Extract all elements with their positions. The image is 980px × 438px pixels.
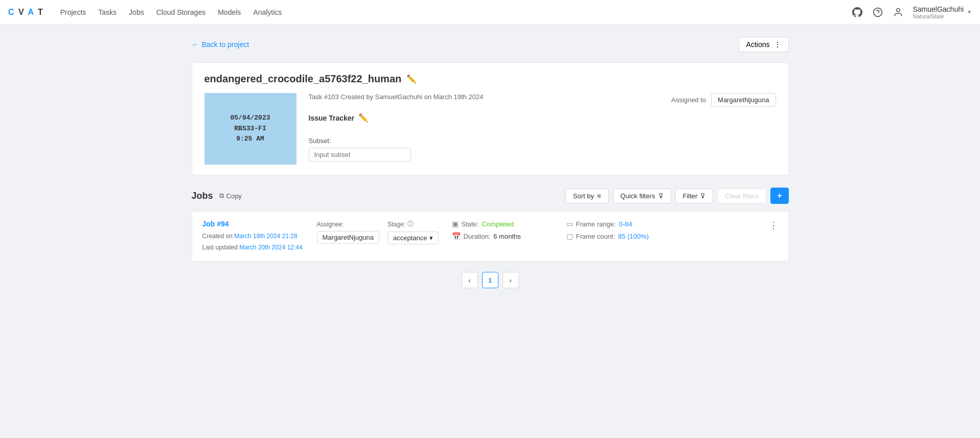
frame-count-icon: ▢	[566, 232, 573, 240]
svg-point-2	[897, 8, 900, 12]
frame-range-icon: ▭	[566, 220, 573, 228]
job-fields: Assignee: MargaretNjuguna Stage: ⓘ accep…	[317, 220, 440, 244]
app-logo[interactable]: C V A T	[8, 8, 44, 17]
filter-button[interactable]: Filter ⊽	[675, 189, 714, 203]
thumbnail-line-3: 9:25 AM	[236, 134, 264, 145]
duration-value: 6 months	[493, 233, 520, 240]
filter-label: Filter	[683, 192, 698, 200]
nav-cloud-storages[interactable]: Cloud Storages	[156, 6, 206, 18]
assigned-to-value[interactable]: MargaretNjuguna	[711, 93, 776, 107]
back-to-project-link[interactable]: ← Back to project	[192, 40, 249, 49]
jobs-section: Jobs ⧉ Copy Sort by ≡ Quick filters ⊽ Fi…	[192, 188, 789, 288]
job-card: Job #94 Created on March 19th 2024 21:28…	[192, 211, 789, 262]
quick-filters-label: Quick filters	[621, 192, 655, 200]
state-label: State:	[462, 220, 479, 228]
copy-button[interactable]: ⧉ Copy	[219, 192, 242, 200]
quick-filters-button[interactable]: Quick filters ⊽	[613, 189, 671, 203]
page-content: ← Back to project Actions ⋮ endangered_c…	[184, 25, 797, 301]
user-text: SamuelGachuhi NaturalState	[913, 5, 964, 19]
back-arrow-icon: ←	[192, 40, 199, 49]
jobs-header: Jobs ⧉ Copy Sort by ≡ Quick filters ⊽ Fi…	[192, 188, 789, 204]
created-on-label: Created on	[202, 233, 233, 240]
filter-icon: ⊽	[700, 192, 705, 200]
job-more-menu[interactable]: ⋮	[769, 220, 778, 231]
thumbnail-line-1: 05/04/2023	[230, 113, 270, 124]
state-value: Completed	[482, 220, 514, 228]
thumbnail-line-2: RBS33-FI	[234, 124, 266, 134]
current-page-button[interactable]: 1	[482, 272, 498, 288]
actions-button[interactable]: Actions ⋮	[739, 37, 789, 52]
jobs-title: Jobs	[192, 191, 213, 201]
issue-tracker-label: Issue Tracker	[309, 114, 355, 122]
clear-filters-label: Clear filters	[725, 192, 759, 200]
last-updated-label: Last updated	[202, 244, 238, 251]
thumbnail-content: 05/04/2023 RBS33-FI 9:25 AM	[204, 93, 297, 165]
task-info-top: Task #103 Created by SamuelGachuhi on Ma…	[309, 93, 776, 107]
frame-count-row: ▢ Frame count: 85 (100%)	[566, 232, 669, 240]
last-updated-value: March 20th 2024 12:44	[239, 244, 302, 251]
edit-title-icon[interactable]: ✏️	[406, 74, 417, 84]
job-frame-col: ▭ Frame range: 0-84 ▢ Frame count: 85 (1…	[566, 220, 669, 240]
add-job-button[interactable]: +	[770, 188, 788, 204]
task-meta: Task #103 Created by SamuelGachuhi on Ma…	[309, 93, 776, 165]
edit-issue-tracker-icon[interactable]: ✏️	[358, 113, 369, 123]
job-id-link[interactable]: Job #94	[202, 220, 305, 228]
frame-range-value: 0-84	[619, 220, 632, 228]
assignee-select[interactable]: MargaretNjuguna	[317, 231, 379, 244]
copy-icon: ⧉	[219, 192, 224, 200]
task-body: 05/04/2023 RBS33-FI 9:25 AM Task #103 Cr…	[204, 93, 776, 165]
created-on-value: March 19th 2024 21:28	[234, 233, 297, 240]
sort-by-label: Sort by	[573, 192, 594, 200]
stage-field: Stage: ⓘ acceptance ▾	[388, 220, 439, 244]
frame-range-row: ▭ Frame range: 0-84	[566, 220, 669, 228]
back-link-label: Back to project	[202, 40, 249, 49]
nav-models[interactable]: Models	[218, 6, 241, 18]
stage-label: Stage: ⓘ	[388, 220, 439, 228]
clear-filters-button[interactable]: Clear filters	[717, 189, 766, 203]
state-icon: ▣	[452, 220, 459, 228]
job-dates: Created on March 19th 2024 21:28 Last up…	[202, 231, 305, 253]
navbar: C V A T Projects Tasks Jobs Cloud Storag…	[0, 0, 980, 25]
filter-funnel-icon: ⊽	[658, 192, 664, 200]
assignee-label: Assignee:	[317, 221, 379, 228]
nav-analytics[interactable]: Analytics	[253, 6, 282, 18]
user-icon	[892, 6, 904, 18]
sort-by-button[interactable]: Sort by ≡	[565, 189, 609, 203]
task-card: endangered_crocodile_a5763f22_human ✏️ 0…	[192, 62, 789, 175]
help-icon[interactable]	[872, 6, 884, 18]
duration-row: 📅 Duration: 6 months	[452, 232, 554, 240]
nav-tasks[interactable]: Tasks	[98, 6, 117, 18]
subset-input[interactable]	[309, 148, 411, 162]
issue-tracker-row: Issue Tracker ✏️	[309, 113, 776, 123]
jobs-title-area: Jobs ⧉ Copy	[192, 191, 242, 201]
add-icon: +	[777, 191, 782, 200]
assignee-field: Assignee: MargaretNjuguna	[317, 221, 379, 244]
pagination: ‹ 1 ›	[192, 272, 789, 288]
task-created-text: Task #103 Created by SamuelGachuhi on Ma…	[309, 93, 484, 101]
job-status-col: ▣ State: Completed 📅 Duration: 6 months	[452, 220, 554, 240]
actions-label: Actions	[746, 40, 770, 49]
stage-select[interactable]: acceptance ▾	[388, 232, 439, 244]
next-page-button[interactable]: ›	[503, 272, 519, 288]
assigned-row: Assigned to MargaretNjuguna	[671, 93, 776, 107]
jobs-controls: Sort by ≡ Quick filters ⊽ Filter ⊽ Clear…	[565, 188, 789, 204]
sort-icon: ≡	[597, 192, 601, 200]
task-title-row: endangered_crocodile_a5763f22_human ✏️	[204, 73, 776, 85]
actions-menu-icon: ⋮	[774, 40, 781, 49]
frame-range-label: Frame range:	[576, 220, 616, 228]
frame-count-label: Frame count:	[576, 233, 616, 240]
duration-icon: 📅	[452, 232, 461, 240]
assigned-to-label: Assigned to	[671, 96, 706, 104]
user-dropdown-arrow: ▼	[967, 9, 972, 15]
job-id-col: Job #94 Created on March 19th 2024 21:28…	[202, 220, 305, 253]
duration-label: Duration:	[464, 233, 491, 240]
subset-label: Subset:	[309, 137, 776, 145]
prev-page-button[interactable]: ‹	[462, 272, 478, 288]
user-menu[interactable]: SamuelGachuhi NaturalState ▼	[913, 5, 972, 19]
username: SamuelGachuhi	[913, 5, 964, 13]
stage-info-icon: ⓘ	[407, 220, 414, 228]
nav-projects[interactable]: Projects	[60, 6, 86, 18]
nav-jobs[interactable]: Jobs	[129, 6, 144, 18]
state-row: ▣ State: Completed	[452, 220, 554, 228]
github-icon[interactable]	[851, 6, 863, 18]
